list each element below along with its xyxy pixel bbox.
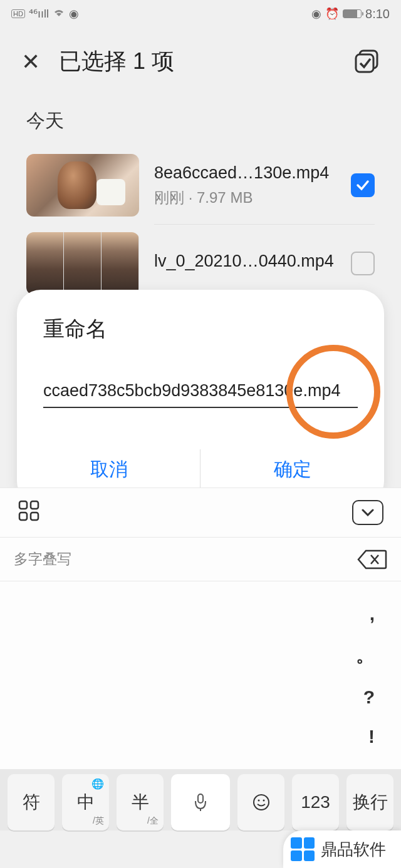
clock: 8:10 [365,7,390,21]
status-bar: HD ⁴⁶ııll ◉ ◉ ⏰ 8:10 [0,0,401,28]
watermark-icon [291,837,315,861]
keyboard-collapse-icon[interactable] [352,500,383,525]
video-thumbnail [26,232,139,295]
svg-point-8 [258,800,259,802]
svg-rect-1 [356,54,373,72]
watermark: 鼎品软件 [283,830,401,868]
number-key[interactable]: 123 [292,774,339,830]
backspace-icon[interactable] [357,548,387,571]
globe-icon: 🌐 [91,778,104,790]
rotate-icon: ◉ [69,7,79,21]
punct-key[interactable]: ? [363,687,375,708]
section-today: 今天 [0,89,401,146]
selection-header: ✕ 已选择 1 项 [0,28,401,89]
svg-point-9 [263,800,264,802]
enter-key[interactable]: 换行 [346,774,393,830]
hd-icon: HD [11,9,25,18]
file-name: 8ea6ccaed…130e.mp4 [154,163,336,183]
svg-rect-5 [31,513,38,520]
dialog-title: 重命名 [17,315,384,362]
select-all-icon[interactable] [355,49,380,74]
handwriting-hint: 多字叠写 [14,549,71,569]
file-name: lv_0_20210…0440.mp4 [154,252,336,271]
punct-key[interactable]: , [370,603,375,625]
svg-rect-4 [19,513,27,520]
width-key[interactable]: 半 /全 [117,774,164,830]
svg-rect-6 [198,794,203,803]
svg-rect-2 [19,501,27,509]
watermark-text: 鼎品软件 [321,839,386,860]
emoji-key[interactable] [237,774,284,830]
rename-dialog: 重命名 取消 确定 [17,290,384,505]
header-title: 已选择 1 项 [59,46,336,77]
file-checkbox[interactable] [351,173,375,197]
file-checkbox[interactable] [351,252,375,275]
alarm-icon: ⏰ [325,7,339,21]
symbol-key[interactable]: 符 [8,774,55,830]
eye-icon: ◉ [311,7,321,21]
handwriting-area[interactable]: , 。 ? ! [0,581,401,769]
wifi-icon [53,8,65,21]
signal-icon: ⁴⁶ııll [29,7,49,21]
rename-input[interactable] [43,375,358,408]
svg-point-7 [254,795,269,810]
keyboard-menu-icon[interactable] [18,499,40,526]
space-key[interactable] [171,774,230,830]
file-row[interactable]: 8ea6ccaed…130e.mp4 刚刚 · 7.97 MB [0,146,401,224]
video-thumbnail [26,154,139,217]
language-key[interactable]: 中 🌐 /英 [62,774,109,830]
punct-key[interactable]: ! [368,726,375,747]
keyboard: 多字叠写 , 。 ? ! 符 中 🌐 /英 半 /全 123 换行 [0,488,401,830]
battery-icon [343,9,362,18]
close-icon[interactable]: ✕ [21,49,40,75]
punct-key[interactable]: 。 [356,643,375,668]
svg-rect-3 [31,501,38,509]
file-meta: 刚刚 · 7.97 MB [154,188,336,208]
